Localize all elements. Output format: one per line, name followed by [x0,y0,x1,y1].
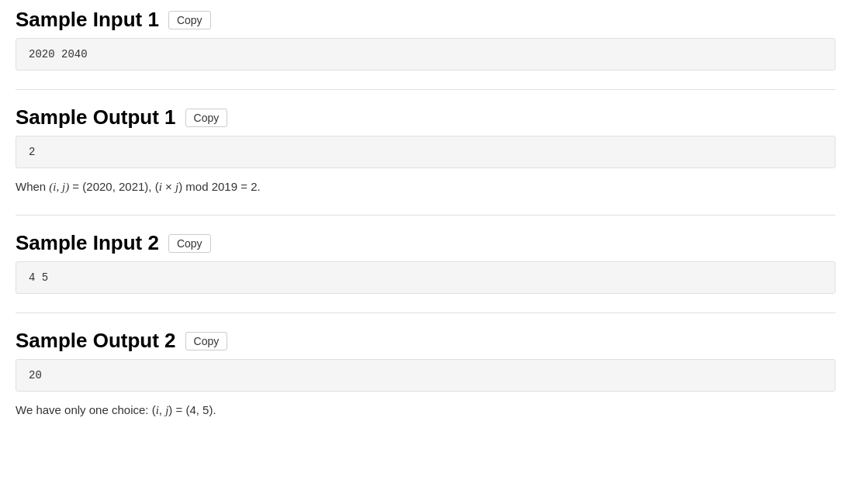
divider-3 [16,312,835,313]
sample-output-1-section: Sample Output 1 Copy 2 When (i, j) = (20… [16,105,835,196]
divider-1 [16,89,835,90]
sample-input-1-section: Sample Input 1 Copy 2020 2040 [16,8,835,71]
sample-input-2-header: Sample Input 2 Copy [16,231,835,255]
sample-output-1-explanation: When (i, j) = (2020, 2021), (i × j) mod … [16,178,835,196]
sample-input-1-code: 2020 2040 [16,38,835,71]
sample-input-2-title: Sample Input 2 [16,231,159,255]
sample-output-1-header: Sample Output 1 Copy [16,105,835,129]
sample-output-1-code: 2 [16,136,835,168]
sample-input-1-header: Sample Input 1 Copy [16,8,835,32]
sample-output-2-code: 20 [16,359,835,392]
copy-button-output-1[interactable]: Copy [185,109,228,127]
sample-input-1-title: Sample Input 1 [16,8,159,32]
math-ij-1: (i, j) [49,181,69,193]
sample-output-2-section: Sample Output 2 Copy 20 We have only one… [16,329,835,419]
sample-output-2-title: Sample Output 2 [16,329,176,353]
divider-2 [16,215,835,216]
sample-input-2-code: 4 5 [16,261,835,294]
copy-button-input-2[interactable]: Copy [168,234,211,253]
sample-input-2-section: Sample Input 2 Copy 4 5 [16,231,835,294]
sample-output-2-header: Sample Output 2 Copy [16,329,835,353]
sample-output-1-title: Sample Output 1 [16,105,176,129]
copy-button-input-1[interactable]: Copy [168,11,211,29]
copy-button-output-2[interactable]: Copy [185,332,228,350]
sample-output-2-explanation: We have only one choice: (i, j) = (4, 5)… [16,401,835,419]
